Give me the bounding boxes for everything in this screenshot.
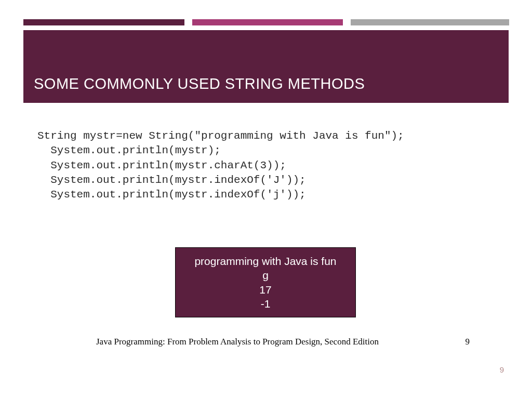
accent-gap	[184, 19, 192, 25]
accent-segment-dark	[23, 19, 184, 25]
code-line: System.out.println(mystr.charAt(3));	[37, 159, 286, 171]
page-number: 9	[500, 365, 504, 374]
output-box: programming with Java is fun g 17 -1	[175, 247, 356, 317]
code-line: System.out.println(mystr.indexOf('J'));	[37, 174, 306, 186]
slide-title: SOME COMMONLY USED STRING METHODS	[34, 75, 365, 92]
output-line: g	[176, 268, 355, 282]
accent-gap	[343, 19, 351, 25]
output-line: 17	[176, 283, 355, 297]
footer-page-inline: 9	[466, 337, 470, 347]
code-line: System.out.println(mystr);	[37, 144, 221, 156]
footer: Java Programming: From Problem Analysis …	[0, 337, 532, 347]
code-line: String mystr=new String("programming wit…	[37, 130, 404, 142]
output-line: programming with Java is fun	[176, 254, 355, 268]
code-block: String mystr=new String("programming wit…	[37, 129, 404, 203]
footer-citation: Java Programming: From Problem Analysis …	[96, 337, 379, 347]
output-line: -1	[176, 297, 355, 311]
accent-segment-grey	[351, 19, 509, 25]
accent-bar	[23, 19, 509, 25]
code-line: System.out.println(mystr.indexOf('j'));	[37, 189, 306, 201]
title-bar: SOME COMMONLY USED STRING METHODS	[23, 30, 509, 103]
accent-segment-pink	[192, 19, 343, 25]
